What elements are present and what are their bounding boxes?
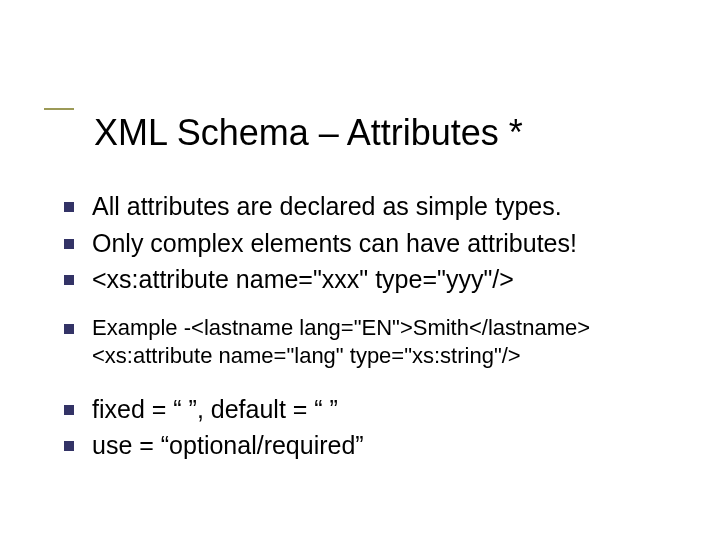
bullet-item: Only complex elements can have attribute…	[64, 227, 710, 260]
title-accent-line	[44, 108, 74, 110]
slide: XML Schema – Attributes * All attributes…	[0, 0, 720, 540]
bullet-item: fixed = “ ”, default = “ ”	[64, 393, 710, 426]
square-bullet-icon	[64, 441, 74, 451]
bullet-text: use = “optional/required”	[92, 429, 364, 462]
bullet-text-group: Example -<lastname lang="EN">Smith</last…	[92, 314, 590, 371]
spacer	[64, 375, 710, 393]
square-bullet-icon	[64, 275, 74, 285]
bullet-text: <xs:attribute name="lang" type="xs:strin…	[92, 342, 590, 371]
spacer	[64, 300, 710, 314]
square-bullet-icon	[64, 405, 74, 415]
content-area: All attributes are declared as simple ty…	[64, 190, 710, 466]
bullet-item: All attributes are declared as simple ty…	[64, 190, 710, 223]
bullet-item: <xs:attribute name="xxx" type="yyy"/>	[64, 263, 710, 296]
title-area: XML Schema – Attributes *	[44, 108, 700, 154]
bullet-text: Example -<lastname lang="EN">Smith</last…	[92, 314, 590, 343]
square-bullet-icon	[64, 202, 74, 212]
slide-title: XML Schema – Attributes *	[44, 112, 700, 154]
bullet-text: Only complex elements can have attribute…	[92, 227, 577, 260]
bullet-item: Example -<lastname lang="EN">Smith</last…	[64, 314, 710, 371]
bullet-item: use = “optional/required”	[64, 429, 710, 462]
bullet-text: fixed = “ ”, default = “ ”	[92, 393, 338, 426]
bullet-text: <xs:attribute name="xxx" type="yyy"/>	[92, 263, 514, 296]
square-bullet-icon	[64, 324, 74, 334]
square-bullet-icon	[64, 239, 74, 249]
bullet-text: All attributes are declared as simple ty…	[92, 190, 562, 223]
